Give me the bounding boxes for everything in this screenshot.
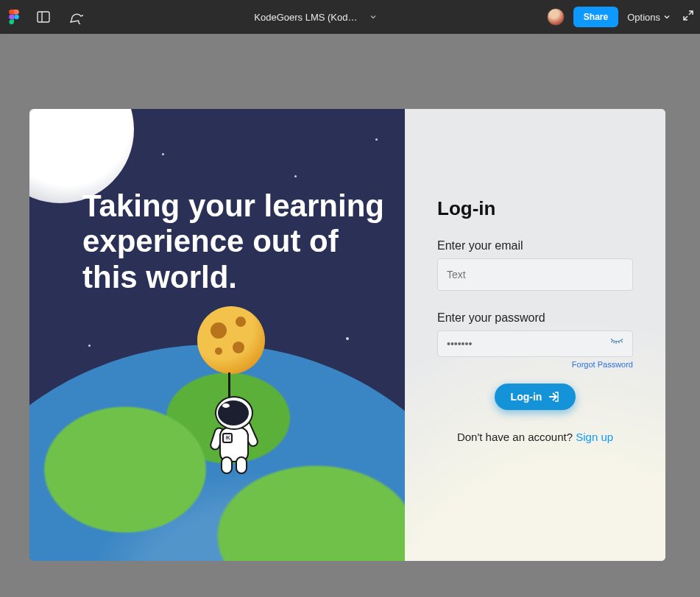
planet-balloon-illustration — [197, 306, 265, 374]
email-input[interactable] — [437, 258, 633, 291]
hero-headline: Taking your learning experience out of t… — [82, 188, 392, 295]
svg-rect-1 — [38, 12, 49, 22]
login-arrow-icon — [548, 392, 559, 402]
toolbar-left — [6, 9, 84, 25]
canvas[interactable]: Taking your learning experience out of t… — [0, 34, 700, 597]
options-button[interactable]: Options — [627, 12, 671, 23]
hide-password-icon[interactable] — [609, 337, 624, 350]
file-title[interactable]: KodeGoers LMS (Kod… — [254, 12, 357, 23]
login-button-label: Log-in — [511, 391, 542, 403]
hero-panel: Taking your learning experience out of t… — [29, 109, 405, 561]
svg-point-0 — [14, 15, 19, 20]
panel-toggle-icon[interactable] — [35, 9, 52, 25]
password-label: Enter your password — [437, 311, 633, 325]
star-icon — [294, 175, 297, 177]
chevron-down-icon[interactable] — [370, 10, 377, 24]
password-input[interactable] — [437, 331, 633, 357]
app-toolbar: KodeGoers LMS (Kod… Share Options — [0, 0, 700, 34]
password-field-block: Enter your password Forgot Password — [437, 311, 633, 369]
toolbar-center: KodeGoers LMS (Kod… — [84, 10, 547, 24]
email-field-block: Enter your email — [437, 239, 633, 291]
figma-logo-icon[interactable] — [9, 10, 19, 24]
login-title: Log-in — [437, 197, 633, 220]
options-label: Options — [627, 12, 660, 23]
astronaut-illustration — [205, 395, 264, 476]
expand-icon[interactable] — [682, 10, 694, 24]
signup-row: Don't have an account? Sign up — [437, 431, 633, 443]
login-panel: Log-in Enter your email Enter your passw… — [405, 109, 665, 561]
signup-link[interactable]: Sign up — [576, 431, 613, 443]
avatar[interactable] — [547, 8, 565, 26]
email-label: Enter your email — [437, 239, 633, 252]
share-button[interactable]: Share — [573, 7, 618, 27]
signup-prompt: Don't have an account? — [457, 431, 576, 443]
design-frame[interactable]: Taking your learning experience out of t… — [29, 109, 665, 561]
login-button[interactable]: Log-in — [495, 384, 576, 410]
star-icon — [88, 345, 91, 347]
comments-icon[interactable] — [68, 9, 84, 25]
star-icon — [375, 138, 378, 141]
star-icon — [346, 337, 349, 340]
forgot-password-link[interactable]: Forgot Password — [437, 360, 633, 369]
toolbar-right: Share Options — [547, 7, 694, 27]
star-icon — [162, 153, 164, 155]
